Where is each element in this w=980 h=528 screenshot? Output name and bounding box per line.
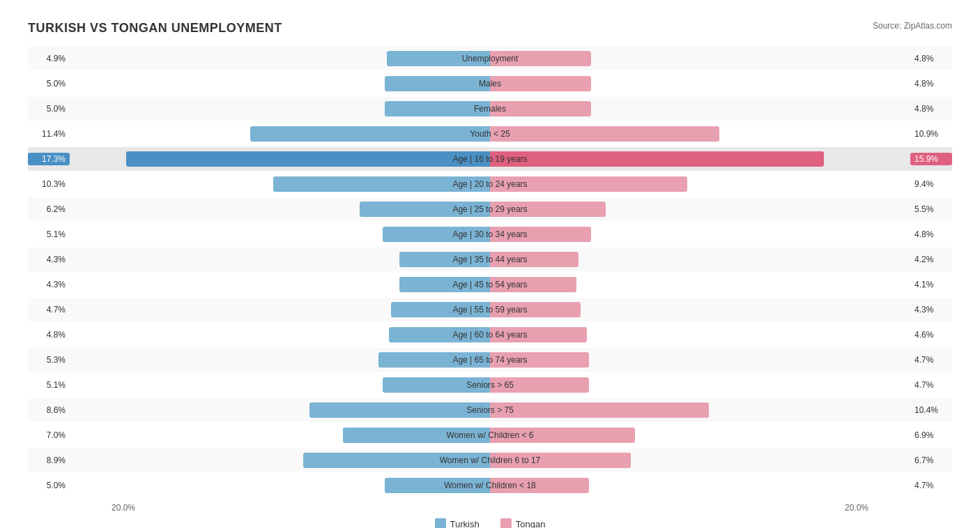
bar-tongan xyxy=(490,51,591,66)
right-value: 10.4% xyxy=(910,405,952,415)
right-value: 4.7% xyxy=(910,380,952,390)
legend-item-turkish: Turkish xyxy=(435,518,480,528)
left-value: 5.3% xyxy=(28,355,70,365)
bar-tongan xyxy=(490,402,709,418)
left-value: 4.7% xyxy=(28,305,70,315)
bar-turkish xyxy=(378,352,490,368)
bar-tongan xyxy=(490,428,635,443)
right-value: 4.3% xyxy=(910,305,952,315)
right-value: 4.7% xyxy=(910,481,952,490)
bars-wrapper: Age | 35 to 44 years xyxy=(70,248,910,271)
right-value: 4.7% xyxy=(910,355,952,365)
left-value: 5.0% xyxy=(28,104,70,114)
bars-wrapper: Age | 16 to 19 years xyxy=(70,147,910,171)
bar-turkish xyxy=(303,453,490,468)
bar-tongan xyxy=(490,327,587,342)
bar-row: 7.0%Women w/ Children < 66.9% xyxy=(28,423,952,447)
bars-wrapper: Women w/ Children < 6 xyxy=(70,423,910,447)
bar-row: 5.3%Age | 65 to 74 years4.7% xyxy=(28,348,952,372)
bars-wrapper: Age | 65 to 74 years xyxy=(70,348,910,372)
bar-turkish xyxy=(360,202,490,217)
bar-tongan xyxy=(490,101,591,116)
left-value: 5.1% xyxy=(28,229,70,239)
bar-row: 5.0%Females4.8% xyxy=(28,97,952,121)
bar-turkish xyxy=(385,101,490,116)
bar-row: 5.1%Age | 30 to 34 years4.8% xyxy=(28,222,952,246)
legend-box-tongan xyxy=(500,518,512,528)
bars-wrapper: Age | 55 to 59 years xyxy=(70,298,910,322)
right-value: 5.5% xyxy=(910,204,952,214)
left-value: 7.0% xyxy=(28,430,70,440)
left-value: 4.3% xyxy=(28,255,70,264)
bar-turkish xyxy=(389,327,490,342)
bar-tongan xyxy=(490,352,589,368)
bar-turkish xyxy=(399,277,490,292)
right-value: 4.8% xyxy=(910,229,952,239)
right-value: 4.8% xyxy=(910,54,952,63)
left-value: 17.3% xyxy=(28,153,70,165)
left-value: 4.8% xyxy=(28,330,70,340)
bar-row: 4.3%Age | 35 to 44 years4.2% xyxy=(28,248,952,271)
bar-turkish xyxy=(343,428,490,443)
left-value: 8.6% xyxy=(28,405,70,415)
bar-row: 4.9%Unemployment4.8% xyxy=(28,47,952,70)
bar-row: 4.7%Age | 55 to 59 years4.3% xyxy=(28,298,952,322)
right-value: 4.8% xyxy=(910,79,952,89)
right-value: 9.4% xyxy=(910,179,952,189)
bar-tongan xyxy=(490,176,687,192)
bar-tongan xyxy=(490,478,589,493)
bar-tongan xyxy=(490,277,576,292)
bar-turkish xyxy=(391,302,490,317)
bar-tongan xyxy=(490,377,589,393)
bar-row: 5.1%Seniors > 654.7% xyxy=(28,373,952,397)
left-value: 8.9% xyxy=(28,455,70,465)
bar-row: 5.0%Women w/ Children < 184.7% xyxy=(28,474,952,497)
bar-row: 5.0%Males4.8% xyxy=(28,72,952,96)
left-value: 4.9% xyxy=(28,54,70,63)
chart-title: TURKISH VS TONGAN UNEMPLOYMENT xyxy=(28,21,282,36)
left-value: 6.2% xyxy=(28,204,70,214)
bar-turkish xyxy=(399,252,490,267)
left-value: 11.4% xyxy=(28,129,70,139)
bar-turkish xyxy=(385,478,490,493)
chart-container: TURKISH VS TONGAN UNEMPLOYMENT Source: Z… xyxy=(14,14,966,528)
bar-row: 8.9%Women w/ Children 6 to 176.7% xyxy=(28,448,952,472)
bar-row: 6.2%Age | 25 to 29 years5.5% xyxy=(28,197,952,221)
bars-wrapper: Age | 20 to 24 years xyxy=(70,172,910,196)
axis-labels: 20.0% 20.0% xyxy=(70,503,910,513)
bars-wrapper: Age | 30 to 34 years xyxy=(70,222,910,246)
bars-wrapper: Females xyxy=(70,97,910,121)
legend-label-turkish: Turkish xyxy=(450,519,480,529)
right-value: 6.9% xyxy=(910,430,952,440)
bars-wrapper: Males xyxy=(70,72,910,96)
bars-wrapper: Seniors > 75 xyxy=(70,398,910,422)
bars-wrapper: Women w/ Children 6 to 17 xyxy=(70,448,910,472)
bar-tongan xyxy=(490,453,631,468)
bars-wrapper: Youth < 25 xyxy=(70,122,910,146)
bar-turkish xyxy=(126,151,490,167)
legend-item-tongan: Tongan xyxy=(500,518,546,528)
chart-header: TURKISH VS TONGAN UNEMPLOYMENT Source: Z… xyxy=(28,21,952,36)
right-value: 4.8% xyxy=(910,104,952,114)
left-value: 10.3% xyxy=(28,179,70,189)
bar-turkish xyxy=(309,402,490,418)
bar-row: 17.3%Age | 16 to 19 years15.9% xyxy=(28,147,952,171)
legend-box-turkish xyxy=(435,518,446,528)
bar-turkish xyxy=(273,176,490,192)
bars-wrapper: Unemployment xyxy=(70,47,910,70)
bar-row: 4.8%Age | 60 to 64 years4.6% xyxy=(28,323,952,347)
bar-tongan xyxy=(490,252,579,267)
right-value: 10.9% xyxy=(910,129,952,139)
bar-turkish xyxy=(387,51,490,66)
right-value: 4.1% xyxy=(910,280,952,289)
bar-turkish xyxy=(250,126,490,142)
left-value: 5.0% xyxy=(28,481,70,490)
bar-turkish xyxy=(385,76,490,91)
bar-row: 11.4%Youth < 2510.9% xyxy=(28,122,952,146)
right-value: 15.9% xyxy=(910,153,952,165)
left-value: 5.1% xyxy=(28,380,70,390)
bars-wrapper: Women w/ Children < 18 xyxy=(70,474,910,497)
bar-tongan xyxy=(490,151,824,167)
bars-wrapper: Age | 45 to 54 years xyxy=(70,273,910,296)
chart-area: 4.9%Unemployment4.8%5.0%Males4.8%5.0%Fem… xyxy=(28,47,952,497)
